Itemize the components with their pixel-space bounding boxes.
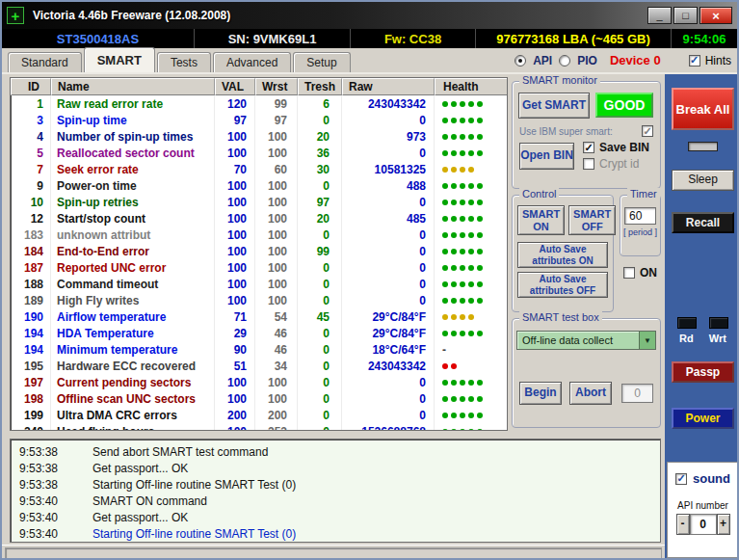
cell-name: Spin-up retries [51, 194, 215, 210]
hints-checkbox[interactable]: Hints [689, 54, 731, 67]
timer-on-checkbox-box[interactable] [623, 267, 635, 279]
ibm-super-smart-checkbox[interactable] [642, 125, 653, 137]
table-row[interactable]: 1 Raw read error rate 120 99 6 243043342 [11, 95, 507, 112]
header-health[interactable]: Health [435, 78, 507, 95]
autosave-off-button[interactable]: Auto Save attributes OFF [517, 272, 608, 298]
health-dot [477, 413, 483, 418]
recall-button[interactable]: Recall [672, 212, 734, 233]
smart-on-button[interactable]: SMART ON [517, 205, 565, 235]
app-icon[interactable]: + [7, 7, 24, 24]
smart-off-button[interactable]: SMART OFF [568, 205, 616, 235]
health-dot [460, 331, 465, 336]
table-row[interactable]: 195 Hardware ECC recovered 51 34 0 24304… [11, 358, 507, 374]
hints-checkbox-box[interactable] [689, 55, 700, 67]
api-number-minus-button[interactable]: - [676, 514, 690, 535]
tab-tests[interactable]: Tests [157, 52, 211, 72]
save-bin-checkbox-box[interactable] [583, 142, 594, 153]
cell-raw: 10581325 [342, 161, 435, 177]
timer-on-checkbox[interactable]: ON [623, 266, 657, 280]
crypt-id-checkbox-box[interactable] [583, 158, 594, 170]
timer-period-label: [ period ] [620, 227, 660, 237]
cell-raw: 488 [342, 177, 435, 194]
cell-tresh: 0 [298, 292, 342, 308]
get-smart-button[interactable]: Get SMART [518, 93, 590, 119]
cell-health [435, 308, 507, 325]
table-row[interactable]: 7 Seek error rate 70 60 30 10581325 [11, 161, 507, 177]
power-button[interactable]: Power [672, 408, 734, 429]
table-row[interactable]: 9 Power-on time 100 100 0 488 [11, 177, 507, 194]
health-dot [451, 150, 457, 156]
timer-group-title: Timer [627, 188, 660, 200]
table-row[interactable]: 4 Number of spin-up times 100 100 20 973 [11, 128, 507, 145]
log-time: 9:53:38 [19, 445, 67, 459]
minimize-button[interactable]: _ [647, 7, 672, 24]
tab-smart[interactable]: SMART [84, 47, 155, 72]
sound-checkbox-box[interactable] [675, 473, 687, 485]
tab-advanced[interactable]: Advanced [213, 52, 291, 72]
api-radio[interactable] [515, 55, 526, 67]
crypt-id-checkbox[interactable]: Crypt id [583, 157, 649, 171]
table-row[interactable]: 190 Airflow temperature 71 54 45 29°C/84… [11, 308, 507, 325]
cell-wrst: 100 [255, 259, 298, 276]
cell-name: Ultra DMA CRC errors [51, 407, 215, 423]
health-dot [451, 249, 457, 254]
test-type-dropdown[interactable]: Off-line data collect ▼ [516, 331, 656, 350]
health-dot [451, 380, 457, 386]
cell-name: Hardware ECC recovered [51, 358, 215, 374]
cell-wrst: 100 [255, 227, 298, 243]
log-line: 9:53:38 Send abort SMART test command [11, 443, 660, 460]
autosave-on-button[interactable]: Auto Save attributes ON [517, 242, 608, 268]
drive-model: ST3500418AS [2, 29, 195, 48]
health-dot [477, 429, 483, 432]
tab-setup[interactable]: Setup [293, 52, 350, 72]
header-id[interactable]: ID [11, 78, 51, 95]
open-bin-button[interactable]: Open BIN [519, 143, 574, 170]
smart-monitor-group: SMART monitor Get SMART GOOD Use IBM sup… [512, 81, 661, 189]
table-row[interactable]: 194 HDA Temperature 29 46 0 29°C/84°F [11, 325, 507, 341]
close-button[interactable]: × [699, 7, 732, 24]
table-row[interactable]: 189 High Fly writes 100 100 0 0 [11, 292, 507, 308]
tab-standard[interactable]: Standard [8, 52, 82, 72]
break-all-button[interactable]: Break All [672, 88, 734, 130]
table-row[interactable]: 194 Minimum temperature 90 46 0 18°C/64°… [11, 341, 507, 358]
table-row[interactable]: 10 Spin-up retries 100 100 97 0 [11, 194, 507, 210]
begin-test-button[interactable]: Begin [519, 382, 562, 405]
header-raw[interactable]: Raw [342, 78, 435, 95]
table-row[interactable]: 183 unknown attribut 100 100 0 0 [11, 227, 507, 243]
table-row[interactable]: 184 End-to-End error 100 100 99 0 [11, 243, 507, 259]
drive-info-bar: ST3500418AS SN: 9VMK69L1 Fw: CC38 976773… [2, 29, 737, 48]
sound-label: sound [693, 471, 730, 486]
table-row[interactable]: 12 Start/stop count 100 100 20 485 [11, 210, 507, 227]
chevron-down-icon[interactable]: ▼ [639, 332, 655, 349]
cell-wrst: 100 [255, 145, 298, 161]
api-number-value: 0 [690, 514, 717, 535]
smart-attributes-table[interactable]: ID Name VAL Wrst Tresh Raw Health 1 Raw … [10, 77, 508, 431]
header-wrst[interactable]: Wrst [255, 78, 298, 95]
sleep-button[interactable]: Sleep [672, 170, 734, 191]
health-dot [451, 200, 457, 205]
sound-checkbox[interactable]: sound [675, 471, 738, 486]
timer-period-input[interactable] [624, 207, 656, 225]
table-row[interactable]: 197 Current pending sectors 100 100 0 0 [11, 374, 507, 390]
maximize-button[interactable]: □ [673, 7, 698, 24]
health-dot [451, 183, 457, 189]
api-number-plus-button[interactable]: + [717, 514, 730, 535]
table-row[interactable]: 198 Offline scan UNC sectors 100 100 0 0 [11, 390, 507, 407]
table-row[interactable]: 187 Reported UNC error 100 100 0 0 [11, 259, 507, 276]
table-row[interactable]: 5 Reallocated sector count 100 100 36 0 [11, 145, 507, 161]
save-bin-checkbox[interactable]: Save BIN [583, 141, 649, 154]
cell-wrst: 100 [255, 243, 298, 259]
passport-button[interactable]: Passp [672, 361, 734, 383]
header-tresh[interactable]: Tresh [298, 78, 342, 95]
pio-radio[interactable] [559, 55, 570, 67]
table-row[interactable]: 240 Head flying hours 100 253 0 15266887… [11, 423, 507, 431]
table-row[interactable]: 199 Ultra DMA CRC errors 200 200 0 0 [11, 407, 507, 423]
header-val[interactable]: VAL [215, 78, 255, 95]
header-name[interactable]: Name [51, 78, 215, 95]
table-row[interactable]: 3 Spin-up time 97 97 0 0 [11, 112, 507, 128]
abort-test-button[interactable]: Abort [569, 382, 612, 405]
log-panel[interactable]: 9:53:38 Send abort SMART test command 9:… [10, 439, 661, 543]
table-row[interactable]: 188 Command timeout 100 100 0 0 [11, 276, 507, 292]
cell-wrst: 100 [255, 128, 298, 145]
health-dot [451, 101, 457, 107]
